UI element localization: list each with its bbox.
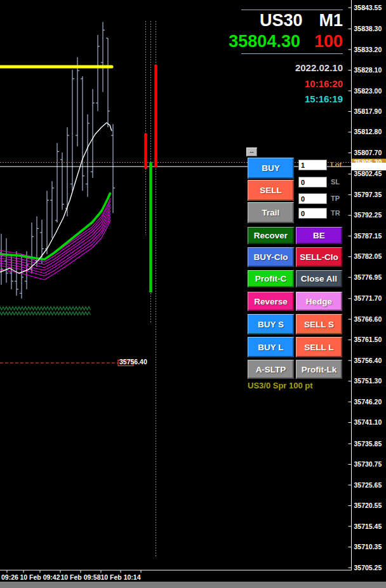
trail-button[interactable]: Trail [248,202,294,223]
price-tick-label: 35756.40 [354,357,382,364]
price-tick-label: 35787.15 [354,232,382,240]
tr-label: TR [331,209,340,217]
price-tick-label: 35710.35 [354,543,382,550]
price-tick-label: 35715.45 [354,523,382,530]
local-time-display: 15:16:19 [305,93,343,104]
price-tick-label: 35843.55 [354,4,382,11]
price-tick-label: 35807.70 [354,149,382,156]
price-row: 35804.30 100 [229,32,343,51]
mt4-terminal-window: 35756.4035843.5535838.3035833.2035828.10… [0,0,386,588]
bid-price-tag-text: 35804.30 [354,163,382,170]
time-tick-label: 10 Feb 09:42 [20,573,60,581]
hedge-button[interactable]: Hedge [296,292,342,311]
zigzag-pattern [0,307,91,310]
sl-label: SL [331,178,340,186]
buy-close-button[interactable]: BUY-Clo [248,247,294,267]
panel-minimize-button[interactable]: -- [246,147,257,156]
spread-info-text: US3/0 Spr 100 pt [248,381,313,390]
spread-display: 100 [314,32,343,51]
time-tick-label: 10 Feb 10:14 [100,573,140,581]
bid-price-display: 35804.30 [229,32,300,51]
symbol-label: US30 [260,11,303,31]
date-display: 2022.02.10 [295,62,343,73]
red-signal-bar-1 [144,133,147,168]
sl-input[interactable] [298,177,327,188]
zigzag-pattern [0,312,91,315]
symbol-row: US30 M1 [260,11,343,31]
price-tick-label: 35823.00 [354,87,382,95]
breakeven-button[interactable]: BE [296,227,342,244]
lot-input[interactable] [298,160,327,170]
time-tick-label: 09:26 [1,573,18,581]
stop-line-tag-text: 35756.40 [119,358,147,366]
price-tick-label: 35776.95 [354,273,382,281]
price-tick-label: 35761.50 [354,336,382,343]
price-tick-label: 35833.20 [354,46,382,53]
header-separator-top [241,10,343,10]
sell-button[interactable]: SELL [248,180,294,201]
price-tick-label: 35766.60 [354,315,382,323]
profit-close-button[interactable]: Profit-C [248,270,294,287]
header-separator-bottom [241,53,343,54]
time-tick-label: 10 Feb 09:58 [60,573,100,581]
lot-label: Lot [331,161,342,168]
close-all-button[interactable]: Close All [296,270,342,287]
buy-limit-button[interactable]: BUY L [248,337,294,357]
tr-input[interactable] [298,208,327,219]
tp-input[interactable] [298,193,327,204]
ma-fan-1 [0,198,110,259]
bottom-strip [0,582,386,588]
price-tick-label: 35705.25 [354,564,382,571]
price-tick-label: 35817.90 [354,107,382,115]
recover-button[interactable]: Recover [248,227,294,244]
ma-green [0,193,110,259]
price-tick-label: 35802.45 [354,170,382,177]
sell-stop-button[interactable]: SELL S [296,314,342,334]
price-tick-label: 35730.75 [354,460,382,468]
price-tick-label: 35746.20 [354,398,382,406]
server-time-display: 10:16:20 [305,78,343,89]
price-tick-label: 35741.10 [354,418,382,426]
auto-sltp-button[interactable]: A-SLTP [248,360,294,379]
price-tick-label: 35792.25 [354,211,382,219]
price-tick-label: 35797.35 [354,191,382,198]
buy-button[interactable]: BUY [248,158,294,179]
price-tick-label: 35725.65 [354,481,382,489]
reverse-button[interactable]: Reverse [248,292,294,311]
price-tick-label: 35838.30 [354,25,382,32]
price-tick-label: 35720.55 [354,502,382,509]
tp-label: TP [331,195,340,202]
price-tick-label: 35771.70 [354,294,382,302]
timeframe-label: M1 [319,11,343,31]
price-tick-label: 35735.85 [354,440,382,448]
green-signal-bar [149,162,152,292]
price-tick-label: 35828.10 [354,66,382,74]
red-signal-bar-2 [154,65,157,167]
price-tick-label: 35812.80 [354,128,382,135]
sell-close-button[interactable]: SELL-Clo [296,247,342,267]
profit-lock-button[interactable]: Profit-Lk [296,360,342,379]
price-tick-label: 35782.05 [354,252,382,260]
price-tick-label: 35751.30 [354,377,382,385]
buy-stop-button[interactable]: BUY S [248,314,294,334]
sell-limit-button[interactable]: SELL L [296,337,342,357]
